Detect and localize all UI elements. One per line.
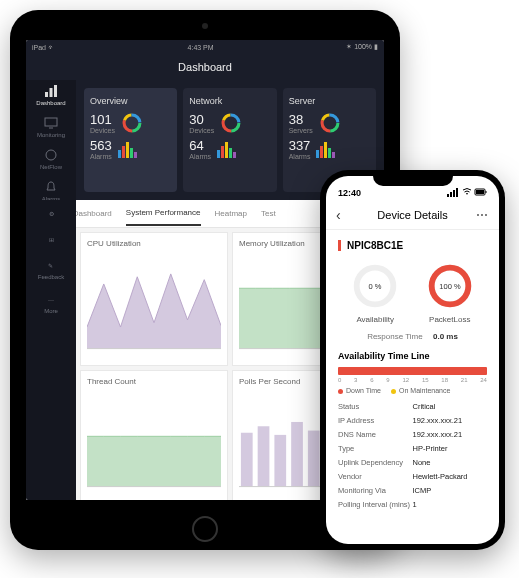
device-name: NPIC8BC1E [338, 240, 487, 251]
sidebar-item-netflow[interactable]: NetFlow [40, 148, 62, 170]
tab-system-performance[interactable]: System Performance [126, 201, 201, 226]
svg-rect-49 [450, 192, 452, 197]
card-title: Server [289, 96, 370, 106]
summary-card[interactable]: Network 30Devices 64Alarms [183, 88, 276, 192]
tick: 21 [461, 377, 468, 383]
tick: 18 [441, 377, 448, 383]
prop-key: Status [338, 402, 413, 411]
card-label: Alarms [289, 153, 311, 160]
prop-value: HP-Printer [413, 444, 488, 453]
svg-rect-31 [316, 150, 319, 158]
ipad-home-button[interactable] [192, 516, 218, 542]
tab-test[interactable]: Test [261, 202, 276, 225]
sidebar-item-label: Monitoring [37, 132, 65, 138]
svg-rect-34 [328, 148, 331, 158]
svg-text:0 %: 0 % [369, 282, 382, 291]
ipad-header: Dashboard [26, 54, 384, 80]
svg-rect-3 [45, 118, 57, 126]
prop-value: Critical [413, 402, 488, 411]
sidebar-item-label: NetFlow [40, 164, 62, 170]
prop-key: Polling Interval (mins) [338, 500, 413, 509]
svg-rect-25 [229, 148, 232, 158]
card-label: Servers [289, 127, 313, 134]
svg-rect-26 [233, 152, 236, 158]
prop-value: ICMP [413, 486, 488, 495]
gauge: 0 % Availability [350, 261, 400, 324]
panel-chart [87, 252, 221, 359]
tick: 12 [402, 377, 409, 383]
panel-title: CPU Utilization [87, 239, 221, 248]
svg-rect-22 [217, 150, 220, 158]
svg-rect-2 [54, 85, 57, 97]
timeline-bar [338, 367, 487, 375]
card-title: Overview [90, 96, 171, 106]
svg-rect-53 [476, 190, 484, 194]
card-value: 38 [289, 112, 313, 127]
page-title: Device Details [377, 209, 447, 221]
timeline-title: Availability Time Line [338, 351, 487, 361]
bars-icon [44, 84, 58, 98]
svg-rect-48 [447, 194, 449, 197]
summary-card[interactable]: Overview 101Devices 563Alarms [84, 88, 177, 192]
sidebar-item-label: Feedback [38, 274, 64, 280]
device-properties: StatusCriticalIP Address192.xxx.xxx.21DN… [338, 402, 487, 509]
tick: 6 [370, 377, 373, 383]
card-label: Devices [90, 127, 115, 134]
svg-rect-1 [49, 88, 52, 97]
iphone-screen: 12:40 ‹ Device Details ⋯ NPIC8BC1E 0 % A… [326, 176, 499, 544]
tab-heatmap[interactable]: Heatmap [215, 202, 247, 225]
svg-rect-14 [122, 146, 125, 158]
response-label: Response Time [367, 332, 423, 341]
ipad-camera [202, 23, 208, 29]
svg-rect-39 [241, 433, 253, 487]
sidebar-item-apps[interactable]: ⊞ [44, 232, 58, 246]
sidebar-item-settings[interactable]: ⚙ [44, 206, 58, 220]
prop-value: 192.xxx.xxx.21 [413, 416, 488, 425]
gear-icon: ⚙ [44, 206, 58, 220]
sidebar-item-feedback[interactable]: ✎Feedback [38, 258, 64, 280]
gauges: 0 % Availability 100 % PacketLoss [338, 261, 487, 324]
svg-rect-51 [456, 188, 458, 197]
response-value: 0.0 ms [433, 332, 458, 341]
iphone-header: ‹ Device Details ⋯ [326, 200, 499, 230]
status-time: 4:43 PM [188, 44, 214, 51]
sidebar-item-alarms[interactable]: Alarms [42, 180, 61, 202]
legend-maint: On Maintenance [391, 387, 450, 394]
tick: 3 [354, 377, 357, 383]
svg-rect-35 [332, 152, 335, 158]
tick: 24 [480, 377, 487, 383]
svg-rect-16 [130, 148, 133, 158]
monitor-icon [44, 116, 58, 130]
sidebar-item-more[interactable]: ⋯More [44, 292, 58, 314]
prop-key: IP Address [338, 416, 413, 425]
card-title: Network [189, 96, 270, 106]
chart-panel: CPU Utilization [80, 232, 228, 366]
sidebar-item-dashboard[interactable]: Dashboard [36, 84, 65, 106]
svg-rect-33 [324, 142, 327, 158]
legend-down: Down Time [338, 387, 381, 394]
more-button[interactable]: ⋯ [476, 208, 489, 222]
prop-value: 1 [413, 500, 488, 509]
prop-key: DNS Name [338, 430, 413, 439]
svg-rect-32 [320, 146, 323, 158]
svg-rect-15 [126, 142, 129, 158]
tick: 15 [422, 377, 429, 383]
prop-value: None [413, 458, 488, 467]
card-value: 30 [189, 112, 214, 127]
status-icons [447, 188, 487, 198]
iphone-notch [373, 170, 453, 186]
ipad-statusbar: iPad ᯤ 4:43 PM ✶ 100% ▮ [26, 40, 384, 54]
status-left: iPad ᯤ [32, 44, 55, 51]
svg-rect-54 [486, 191, 487, 193]
prop-key: Type [338, 444, 413, 453]
card-label: Alarms [90, 153, 112, 160]
sidebar-item-monitoring[interactable]: Monitoring [37, 116, 65, 138]
svg-rect-23 [221, 146, 224, 158]
svg-rect-0 [45, 92, 48, 97]
iphone-device: 12:40 ‹ Device Details ⋯ NPIC8BC1E 0 % A… [320, 170, 505, 550]
more-icon: ⋯ [44, 292, 58, 306]
svg-point-5 [46, 150, 56, 160]
svg-text:100 %: 100 % [439, 282, 461, 291]
back-button[interactable]: ‹ [336, 207, 341, 223]
chart-panel: Thread Count [80, 370, 228, 500]
